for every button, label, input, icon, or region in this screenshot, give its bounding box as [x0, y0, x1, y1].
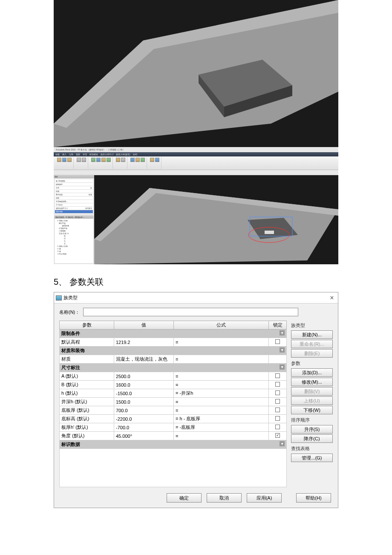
name-label: 名称(N)：	[59, 309, 80, 315]
col-lock: 锁定	[269, 321, 287, 330]
lock-checkbox[interactable]	[275, 425, 280, 429]
lock-checkbox[interactable]	[275, 408, 280, 412]
revit-qat[interactable]	[54, 170, 338, 175]
move-down-button[interactable]: 下移(W)	[291, 406, 333, 414]
param-name: 井深h (默认)	[60, 398, 114, 406]
col-formula: 公式	[174, 321, 269, 330]
param-name: B (默认)	[60, 381, 114, 389]
param-value[interactable]: 45.000°	[114, 432, 174, 440]
param-value[interactable]: -700.0	[114, 423, 174, 432]
param-row[interactable]: 底板厚 (默认)700.0=	[60, 406, 287, 415]
param-row[interactable]: 井深h (默认)1500.0=	[60, 398, 287, 406]
param-row[interactable]: 板厚h' (默认)-700.0= -底板厚	[60, 423, 287, 432]
section-heading: 5、 参数关联	[54, 264, 338, 292]
close-icon[interactable]: ×	[329, 294, 335, 302]
col-param: 参数	[60, 321, 114, 330]
revit-titlebar: Autodesk Revit 2016 - YF 集水坑（通用型-45°旋转） …	[54, 147, 338, 152]
param-formula[interactable]: =	[174, 406, 269, 415]
add-param-button[interactable]: 添加(D)...	[291, 368, 333, 377]
revit-3d-viewport[interactable]	[94, 175, 338, 264]
project-browser[interactable]: 项目浏览器 - YF 集水坑（通用型-45°... ☐ 视图 (全部) 楼层平面…	[54, 215, 94, 264]
param-row[interactable]: 底标高 (默认)-2200.0= h - 底板厚	[60, 415, 287, 423]
delete-type-button[interactable]: 删除(E)	[291, 349, 333, 358]
param-group-header[interactable]: 尺寸标注▾	[60, 364, 287, 372]
menu-item[interactable]: 附加模块	[89, 153, 98, 156]
rename-type-button[interactable]: 重命名(R)...	[291, 340, 333, 348]
param-row[interactable]: 角度 (默认)45.000°=	[60, 432, 287, 440]
param-group-header[interactable]: 材质和装饰▾	[60, 347, 287, 355]
param-row[interactable]: 默认高程1219.2=	[60, 338, 287, 347]
lock-checkbox[interactable]	[275, 433, 280, 438]
param-formula[interactable]: = h - 底板厚	[174, 415, 269, 423]
param-name: 板厚h' (默认)	[60, 423, 114, 432]
param-value[interactable]: 1219.2	[114, 338, 174, 347]
param-row[interactable]: A (默认)2500.0=	[60, 372, 287, 381]
menu-item[interactable]: 建模大师(建筑)	[116, 153, 130, 156]
param-value[interactable]: 1500.0	[114, 398, 174, 406]
side-button-panel: 族类型 新建(N)... 重命名(R)... 删除(E) 参数 添加(D)...…	[291, 321, 333, 487]
param-group-header[interactable]: 限制条件▾	[60, 330, 287, 338]
param-name: 角度 (默认)	[60, 432, 114, 440]
menu-item[interactable]: 注释	[69, 153, 73, 156]
param-value[interactable]: -2200.0	[114, 415, 174, 423]
param-value[interactable]: -1500.0	[114, 389, 174, 398]
slab-3d-shape	[54, 0, 338, 147]
param-row[interactable]: 材质混凝土，现场浇注，灰色=	[60, 355, 287, 364]
param-value[interactable]: 2500.0	[114, 372, 174, 381]
lock-checkbox[interactable]	[275, 399, 280, 404]
lock-checkbox[interactable]	[275, 416, 280, 421]
table-blank-area	[59, 449, 287, 487]
menu-item[interactable]: 视图	[76, 153, 80, 156]
delete-param-button[interactable]: 删除(V)	[291, 387, 333, 396]
move-up-button[interactable]: 上移(U)	[291, 396, 333, 405]
param-formula[interactable]: =	[174, 398, 269, 406]
sort-asc-button[interactable]: 升序(S)	[291, 425, 333, 434]
param-name: 底标高 (默认)	[60, 415, 114, 423]
lock-checkbox[interactable]	[275, 373, 280, 378]
name-input[interactable]	[83, 308, 298, 316]
menu-item[interactable]: 协同	[133, 153, 137, 156]
revit-ribbon[interactable]	[54, 156, 338, 170]
cancel-button[interactable]: 取消	[207, 493, 242, 503]
dialog-titlebar: 族类型 ×	[54, 292, 338, 304]
param-row[interactable]: B (默认)1600.0=	[60, 381, 287, 389]
menu-item[interactable]: 插入	[62, 153, 66, 156]
manage-lookup-button[interactable]: 管理...(G)	[291, 454, 333, 462]
revit-menubar[interactable]: 创建 插入 注释 视图 管理 附加模块 族库大师V1.3 建模大师(建筑) 协同	[54, 152, 338, 156]
param-name: 底板厚 (默认)	[60, 406, 114, 415]
lock-checkbox[interactable]	[275, 382, 280, 387]
param-formula[interactable]: =	[174, 355, 269, 364]
param-formula[interactable]: =	[174, 372, 269, 381]
menu-item[interactable]: 族库大师V1.3	[101, 153, 113, 156]
param-formula[interactable]: =	[174, 432, 269, 440]
lock-checkbox[interactable]	[275, 339, 280, 344]
param-value[interactable]: 混凝土，现场浇注，灰色	[114, 355, 174, 364]
menu-item[interactable]: 管理	[83, 153, 87, 156]
param-value[interactable]: 1600.0	[114, 381, 174, 389]
lock-checkbox[interactable]	[275, 390, 280, 395]
properties-header: 属性	[54, 175, 94, 178]
param-formula[interactable]: =	[174, 381, 269, 389]
help-button[interactable]: 帮助(H)	[296, 493, 331, 503]
sort-desc-button[interactable]: 降序(C)	[291, 434, 333, 443]
modify-param-button[interactable]: 修改(M)...	[291, 378, 333, 386]
collapse-icon[interactable]: ▾	[280, 330, 285, 335]
new-type-button[interactable]: 新建(N)...	[291, 330, 333, 339]
viewport-3d-top	[54, 0, 338, 147]
collapse-icon[interactable]: ▾	[280, 364, 285, 370]
param-value[interactable]: 700.0	[114, 406, 174, 415]
apply-button[interactable]: 应用(A)	[247, 493, 282, 503]
ok-button[interactable]: 确定	[167, 493, 202, 503]
param-group-header[interactable]: 标识数据▾	[60, 440, 287, 449]
famtype-label: 族类型	[291, 322, 333, 329]
revit-sidebar[interactable]: 属性 族: 常规模型 限制条件 主体面 机械 零件类型标准 结构 可将钢筋附着.…	[54, 175, 94, 264]
param-formula[interactable]: = -井深h	[174, 389, 269, 398]
param-formula[interactable]: =	[174, 338, 269, 347]
collapse-icon[interactable]: ▾	[280, 441, 285, 446]
svg-rect-10	[265, 231, 274, 234]
param-row[interactable]: h (默认)-1500.0= -井深h	[60, 389, 287, 398]
param-formula[interactable]: = -底板厚	[174, 423, 269, 432]
parameters-table[interactable]: 参数 值 公式 锁定 限制条件▾默认高程1219.2=材质和装饰▾材质混凝土，现…	[59, 321, 287, 449]
menu-item[interactable]: 创建	[55, 153, 60, 156]
collapse-icon[interactable]: ▾	[280, 347, 285, 353]
